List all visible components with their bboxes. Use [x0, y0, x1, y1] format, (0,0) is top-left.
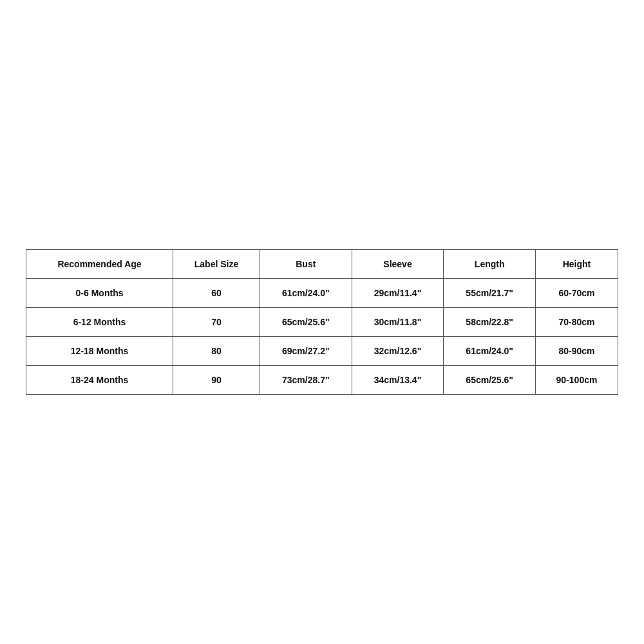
cell-bust: 61cm/24.0" — [260, 279, 352, 308]
table-row: 0-6 Months6061cm/24.0"29cm/11.4"55cm/21.… — [26, 279, 618, 308]
cell-height: 90-100cm — [536, 366, 618, 395]
header-label-size: Label Size — [173, 250, 260, 279]
cell-label_size: 70 — [173, 308, 260, 337]
cell-height: 80-90cm — [536, 337, 618, 366]
cell-age: 12-18 Months — [26, 337, 173, 366]
cell-length: 61cm/24.0" — [444, 337, 536, 366]
header-height: Height — [536, 250, 618, 279]
size-chart-table: Recommended Age Label Size Bust Sleeve L… — [26, 249, 618, 395]
cell-bust: 69cm/27.2" — [260, 337, 352, 366]
cell-length: 55cm/21.7" — [444, 279, 536, 308]
table-header-row: Recommended Age Label Size Bust Sleeve L… — [26, 250, 618, 279]
cell-height: 60-70cm — [536, 279, 618, 308]
table-row: 12-18 Months8069cm/27.2"32cm/12.6"61cm/2… — [26, 337, 618, 366]
cell-height: 70-80cm — [536, 308, 618, 337]
cell-bust: 73cm/28.7" — [260, 366, 352, 395]
cell-label_size: 60 — [173, 279, 260, 308]
cell-age: 6-12 Months — [26, 308, 173, 337]
cell-label_size: 90 — [173, 366, 260, 395]
cell-length: 65cm/25.6" — [444, 366, 536, 395]
table-row: 18-24 Months9073cm/28.7"34cm/13.4"65cm/2… — [26, 366, 618, 395]
cell-length: 58cm/22.8" — [444, 308, 536, 337]
header-bust: Bust — [260, 250, 352, 279]
cell-bust: 65cm/25.6" — [260, 308, 352, 337]
cell-age: 18-24 Months — [26, 366, 173, 395]
cell-sleeve: 29cm/11.4" — [352, 279, 444, 308]
table-row: 6-12 Months7065cm/25.6"30cm/11.8"58cm/22… — [26, 308, 618, 337]
cell-label_size: 80 — [173, 337, 260, 366]
cell-sleeve: 32cm/12.6" — [352, 337, 444, 366]
header-sleeve: Sleeve — [352, 250, 444, 279]
header-length: Length — [444, 250, 536, 279]
header-recommended-age: Recommended Age — [26, 250, 173, 279]
cell-sleeve: 34cm/13.4" — [352, 366, 444, 395]
cell-age: 0-6 Months — [26, 279, 173, 308]
size-chart-container: Recommended Age Label Size Bust Sleeve L… — [26, 249, 618, 395]
cell-sleeve: 30cm/11.8" — [352, 308, 444, 337]
